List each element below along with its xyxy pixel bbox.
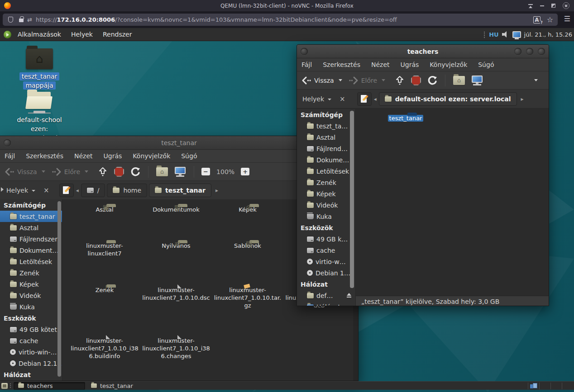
menu-item[interactable]: Fájl	[301, 61, 312, 68]
sidebar-item[interactable]: Hálózat	[0, 369, 62, 380]
menu-item[interactable]: Szerkesztés	[26, 152, 63, 160]
sidebar-item[interactable]: Kuka	[0, 301, 62, 312]
workspace-1[interactable]	[528, 383, 539, 389]
sidebar-item[interactable]: Videók	[0, 290, 62, 301]
sidebar-collapse-arrow[interactable]	[1, 187, 4, 192]
back-button[interactable]: Vissza	[5, 168, 37, 176]
sidebar-item[interactable]: def…	[297, 290, 355, 301]
sidebar-item[interactable]: cache	[297, 245, 355, 256]
file-item[interactable]: Dokumentumok	[142, 204, 210, 213]
sidebar-item[interactable]: Eszközök	[0, 312, 62, 324]
zoom-out-button[interactable]: −	[201, 168, 210, 175]
window-maximize-button[interactable]	[526, 48, 533, 55]
window-minimize-button[interactable]	[514, 48, 521, 55]
sidebar-item[interactable]: virtio-w…	[297, 256, 355, 267]
window-titlebar[interactable]: teachers	[297, 45, 549, 58]
computer-button[interactable]	[471, 76, 483, 85]
stop-button[interactable]	[114, 167, 124, 177]
menu-item[interactable]: Könyvjelzők	[430, 61, 467, 68]
breadcrumb[interactable]: /	[81, 184, 105, 197]
home-button[interactable]	[156, 167, 168, 176]
file-item[interactable]: teszt_tanar	[372, 113, 440, 122]
sidebar-scrollbar[interactable]	[350, 111, 354, 288]
breadcrumb-scroll-left[interactable]: ◂	[372, 96, 379, 102]
places-selector[interactable]: Helyek	[302, 95, 331, 103]
sidebar-item[interactable]: cache	[0, 335, 62, 346]
volume-icon[interactable]	[502, 31, 509, 38]
up-button[interactable]	[98, 167, 108, 177]
breadcrumb-scroll-right[interactable]: ▸	[519, 96, 526, 102]
sidebar-item[interactable]: Hálózat	[297, 279, 355, 290]
sidebar-item[interactable]: Számítógép	[0, 199, 62, 211]
shield-icon[interactable]	[8, 17, 13, 23]
menu-item[interactable]: Ugrás	[104, 152, 122, 160]
keyboard-layout-indicator[interactable]: HU	[489, 31, 498, 38]
up-button[interactable]	[395, 76, 405, 85]
sidebar-close-icon[interactable]: ×	[43, 186, 49, 194]
sidebar-item[interactable]: Kuka	[297, 211, 355, 222]
eject-icon[interactable]	[346, 293, 352, 298]
edit-location-button[interactable]	[59, 184, 74, 197]
file-item[interactable]: linuxmuster-linuxclient7_1.0.10.dsc	[142, 284, 210, 302]
sidebar-item[interactable]: Dokument…	[0, 245, 62, 256]
window-minimize-button[interactable]	[540, 5, 544, 6]
sidebar-item[interactable]: 49 GB kötet	[0, 324, 62, 335]
menu-item[interactable]: Nézet	[371, 61, 390, 68]
file-item[interactable]: Képek	[214, 204, 282, 213]
menu-item[interactable]: Súgó	[181, 152, 197, 160]
breadcrumb-current[interactable]: default-school ezen: server.local	[379, 92, 517, 106]
sidebar-item[interactable]: Számítógép	[297, 109, 355, 120]
workspace-2[interactable]	[539, 383, 550, 389]
sidebar-item[interactable]: teszt_ta…	[297, 120, 355, 132]
desktop-icon-home-folder[interactable]: teszt_tanar mappája	[10, 48, 69, 90]
sidebar-item[interactable]: Debian 1…	[297, 267, 355, 279]
applications-menu-icon[interactable]	[4, 31, 11, 38]
forward-button[interactable]: Előre	[52, 168, 80, 176]
workspace-4[interactable]	[562, 383, 573, 389]
lock-icon[interactable]	[19, 19, 24, 22]
sidebar-item[interactable]: Fájlrendszer	[0, 233, 62, 245]
sidebar-item[interactable]: Fájlrend…	[297, 143, 355, 154]
back-history-caret[interactable]	[42, 170, 45, 173]
breadcrumb[interactable]: teszt_tanar	[149, 184, 211, 197]
display-settings-icon[interactable]	[512, 31, 521, 38]
window-restore-button[interactable]	[551, 4, 555, 8]
permissions-icon[interactable]: ⇄	[27, 16, 32, 23]
panel-menu[interactable]: Rendszer	[103, 31, 132, 38]
sidebar-close-icon[interactable]: ×	[340, 95, 345, 103]
sidebar-item[interactable]: Képek	[297, 188, 355, 199]
file-item[interactable]: linuxmuster-linuxclient7	[71, 240, 139, 257]
forward-button[interactable]: Előre	[349, 76, 377, 85]
sidebar-item[interactable]: Asztal	[297, 132, 355, 143]
breadcrumb-scroll-left[interactable]: ◂	[74, 187, 81, 194]
places-selector[interactable]: Helyek	[6, 187, 35, 194]
menu-item[interactable]: Könyvjelzők	[133, 152, 170, 160]
sidebar-item[interactable]: Letöltések	[297, 165, 355, 177]
workspace-3[interactable]	[550, 383, 562, 389]
menu-hamburger-icon[interactable]: ☰	[564, 14, 570, 23]
sidebar-item[interactable]: Asztal	[0, 222, 62, 233]
sidebar-item[interactable]: teszt_tanar	[0, 211, 62, 222]
sidebar-item[interactable]: Zenék	[0, 267, 62, 279]
menu-item[interactable]: Szerkesztés	[323, 61, 360, 68]
translate-icon[interactable]: A	[533, 16, 540, 24]
sidebar-item[interactable]: Videók	[297, 199, 355, 211]
window-shade-button[interactable]	[528, 4, 533, 8]
panel-grip[interactable]	[483, 31, 486, 38]
zoom-in-button[interactable]: +	[241, 168, 249, 175]
panel-menu[interactable]: Alkalmazások	[18, 31, 61, 38]
sidebar-item[interactable]: 49 GB k…	[297, 233, 355, 245]
url-bar[interactable]: ⇄ https://172.16.0.20:8006/?console=kvm&…	[3, 14, 558, 26]
bookmark-star-icon[interactable]: ☆	[547, 15, 553, 24]
edit-location-button[interactable]	[357, 92, 372, 106]
window-close-button[interactable]	[563, 2, 569, 9]
back-button[interactable]: Vissza	[301, 76, 334, 85]
file-item[interactable]: linuxmuster-linuxclient7_1.0.10_i386.bui…	[71, 335, 139, 360]
forward-history-caret[interactable]	[85, 170, 88, 173]
back-history-caret[interactable]	[339, 79, 342, 81]
panel-menu[interactable]: Helyek	[71, 31, 93, 38]
sidebar-scrollbar[interactable]	[57, 201, 61, 377]
menu-item[interactable]: Ugrás	[401, 61, 419, 68]
file-item[interactable]: Nyilvános	[142, 240, 210, 250]
file-item[interactable]: linuxmuster-linuxclient7_1.0.10.tar.gz	[214, 284, 282, 309]
